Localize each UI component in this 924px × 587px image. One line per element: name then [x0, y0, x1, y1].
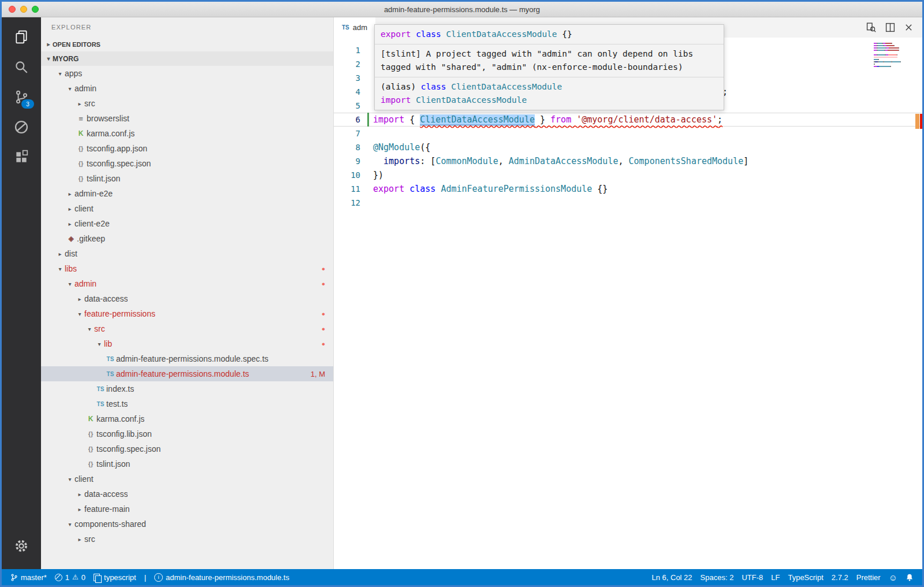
tree-folder-admin[interactable]: ▾admin	[41, 81, 333, 96]
workspace-root-section[interactable]: ▾ MYORG	[41, 51, 333, 66]
tree-folder-src[interactable]: ▾src•	[41, 321, 333, 336]
tree-folder-admin-e2e[interactable]: ▸admin-e2e	[41, 186, 333, 201]
tree-folder-client[interactable]: ▸client	[41, 201, 333, 216]
code-token: '@myorg/client/data-access'	[576, 114, 717, 125]
tree-item-label: tsconfig.lib.json	[96, 429, 152, 439]
open-editors-section[interactable]: ▸ OPEN EDITORS	[41, 37, 333, 51]
gutter-marker	[360, 168, 373, 182]
tree-file-tslint.json[interactable]: {}tslint.json	[41, 171, 333, 186]
code-token: }	[535, 114, 550, 125]
karma-file-icon: K	[75, 129, 87, 138]
explorer-icon[interactable]	[2, 22, 41, 52]
tree-file-tsconfig.spec.json[interactable]: {}tsconfig.spec.json	[41, 441, 333, 456]
settings-gear-icon[interactable]	[2, 531, 41, 561]
titlebar: admin-feature-permissions.module.ts — my…	[2, 2, 922, 17]
tree-folder-lib[interactable]: ▾lib•	[41, 336, 333, 351]
close-window-button[interactable]	[9, 6, 16, 13]
tree-folder-components-shared[interactable]: ▾components-shared	[41, 517, 333, 532]
language-mode-item[interactable]: TypeScript	[784, 569, 827, 585]
file-status-item[interactable]: i admin-feature-permissions.module.ts	[150, 569, 293, 585]
code-line-8[interactable]: 8@NgModule({	[334, 140, 922, 154]
extensions-icon[interactable]	[2, 142, 41, 172]
ts-version-item[interactable]: 2.7.2	[828, 569, 852, 585]
indentation-item[interactable]: Spaces: 2	[696, 569, 738, 585]
line-number: 6	[334, 113, 360, 127]
tree-folder-dist[interactable]: ▸dist	[41, 246, 333, 261]
tree-folder-src[interactable]: ▸src	[41, 96, 333, 111]
tree-folder-data-access[interactable]: ▸data-access	[41, 486, 333, 501]
problems-item[interactable]: 1 ⚠ 0	[51, 569, 90, 585]
tree-item-label: admin-e2e	[74, 189, 113, 198]
tab-admin-feature-permissions[interactable]: TS adm	[334, 17, 375, 38]
tree-file-.gitkeep[interactable]: ◈.gitkeep	[41, 231, 333, 246]
tree-folder-admin[interactable]: ▾admin•	[41, 276, 333, 291]
code-area[interactable]: 123 ;4 ';56import { ClientDataAccessModu…	[334, 38, 922, 569]
tree-folder-apps[interactable]: ▾apps	[41, 66, 333, 81]
eol-item[interactable]: LF	[767, 569, 784, 585]
minimap-line	[874, 64, 912, 65]
overview-ruler[interactable]	[914, 38, 922, 569]
tree-file-karma.conf.js[interactable]: Kkarma.conf.js	[41, 126, 333, 141]
tree-folder-feature-main[interactable]: ▸feature-main	[41, 501, 333, 517]
minimap-line	[874, 47, 912, 49]
tree-folder-client[interactable]: ▾client	[41, 471, 333, 486]
cursor-position-item[interactable]: Ln 6, Col 22	[647, 569, 696, 585]
encoding-item[interactable]: UTF-8	[737, 569, 767, 585]
tree-file-admin-feature-permissions.module.ts[interactable]: TSadmin-feature-permissions.module.ts1, …	[41, 366, 333, 381]
debug-icon[interactable]	[2, 112, 41, 142]
minimap[interactable]	[874, 43, 912, 70]
gutter-marker	[360, 127, 373, 140]
tree-folder-client-e2e[interactable]: ▸client-e2e	[41, 216, 333, 231]
notifications-bell-icon[interactable]	[901, 569, 918, 585]
tree-file-tsconfig.spec.json[interactable]: {}tsconfig.spec.json	[41, 156, 333, 171]
code-line-12[interactable]: 12	[334, 196, 922, 210]
code-line-9[interactable]: 9 imports: [CommonModule, AdminDataAcces…	[334, 154, 922, 168]
split-editor-icon[interactable]	[885, 23, 895, 32]
gutter-marker	[360, 182, 373, 196]
language-status-item[interactable]: typescript	[90, 569, 140, 585]
code-line-7[interactable]: 7	[334, 127, 922, 140]
tree-file-tsconfig.lib.json[interactable]: {}tsconfig.lib.json	[41, 426, 333, 441]
code-line-6[interactable]: 6import { ClientDataAccessModule } from …	[334, 113, 922, 127]
tree-folder-data-access[interactable]: ▸data-access	[41, 291, 333, 306]
code-line-11[interactable]: 11export class AdminFeaturePermissionsMo…	[334, 182, 922, 196]
code-token: import	[373, 114, 409, 125]
code-token: ClientDataAccessModule	[416, 95, 527, 105]
tree-file-tsconfig.app.json[interactable]: {}tsconfig.app.json	[41, 141, 333, 156]
tree-folder-src[interactable]: ▸src	[41, 532, 333, 547]
tree-file-browserslist[interactable]: ≡browserslist	[41, 111, 333, 126]
tree-folder-libs[interactable]: ▾libs•	[41, 261, 333, 276]
code-token: export	[381, 29, 411, 39]
code-token: import	[381, 95, 411, 105]
code-token: (alias)	[381, 82, 421, 91]
tree-file-index.ts[interactable]: TSindex.ts	[41, 381, 333, 396]
tree-folder-feature-permissions[interactable]: ▾feature-permissions•	[41, 306, 333, 321]
close-icon[interactable]	[904, 23, 913, 32]
tab-label: adm	[353, 23, 367, 32]
chevron-down-icon: ▾	[95, 341, 104, 347]
tree-file-test.ts[interactable]: TStest.ts	[41, 396, 333, 411]
source-control-icon[interactable]: 3	[2, 82, 41, 112]
gutter-marker	[360, 196, 373, 210]
tree-item-label: karma.conf.js	[87, 129, 135, 138]
code-content: @NgModule({	[373, 140, 430, 154]
zoom-window-button[interactable]	[32, 6, 39, 13]
search-icon[interactable]	[2, 52, 41, 82]
minimize-window-button[interactable]	[20, 6, 27, 13]
code-token: {}	[557, 29, 572, 39]
tree-file-admin-feature-permissions.module.spec.ts[interactable]: TSadmin-feature-permissions.module.spec.…	[41, 351, 333, 366]
feedback-smiley-icon[interactable]: ☺	[885, 569, 901, 585]
line-number: 1	[334, 43, 360, 57]
formatter-item[interactable]: Prettier	[852, 569, 885, 585]
git-file-icon: ◈	[65, 235, 77, 243]
tree-file-karma.conf.js[interactable]: Kkarma.conf.js	[41, 411, 333, 426]
chevron-right-icon: ▸	[75, 491, 84, 497]
ts-file-icon: TS	[95, 386, 106, 392]
tree-file-tslint.json[interactable]: {}tslint.json	[41, 456, 333, 471]
git-branch-item[interactable]: master*	[6, 569, 51, 585]
code-line-10[interactable]: 10})	[334, 168, 922, 182]
open-changes-icon[interactable]	[866, 23, 876, 32]
chevron-right-icon: ▸	[55, 251, 65, 257]
chevron-down-icon: ▾	[44, 55, 53, 62]
status-bar: master* 1 ⚠ 0 typescript | i admin-featu…	[2, 569, 922, 585]
